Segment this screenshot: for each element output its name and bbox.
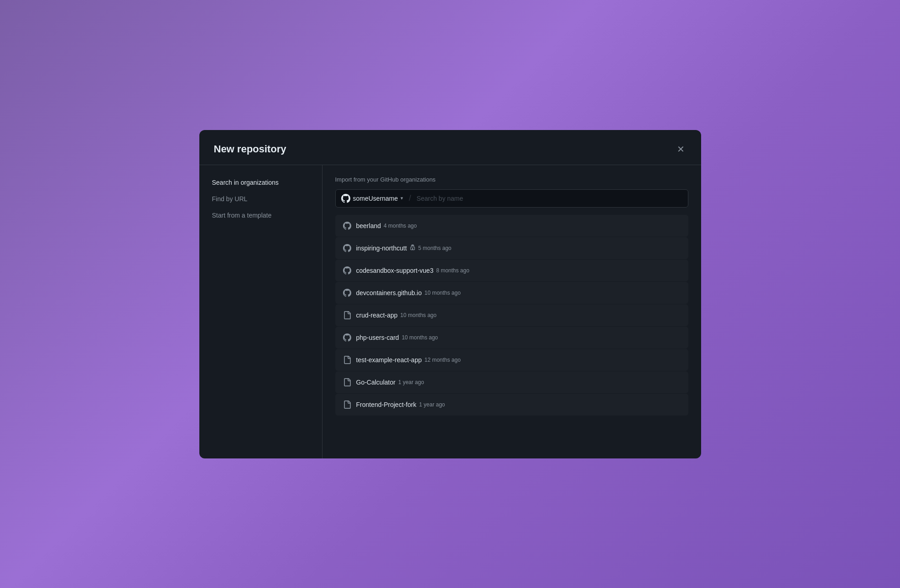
repo-meta: Frontend-Project-fork 1 year ago <box>356 401 445 408</box>
lock-icon <box>410 245 416 252</box>
repo-item[interactable]: inspiring-northcutt 5 months ago <box>335 237 688 259</box>
sidebar: Search in organizations Find by URL Star… <box>199 165 323 458</box>
repo-name: inspiring-northcutt <box>356 245 407 252</box>
repo-name: codesandbox-support-vue3 <box>356 267 434 274</box>
repo-meta: devcontainers.github.io 10 months ago <box>356 289 461 297</box>
github-icon <box>343 221 352 230</box>
repo-name: beerland <box>356 222 381 229</box>
repo-name: crud-react-app <box>356 312 398 319</box>
repository-list: beerland 4 months ago inspiring-northcut… <box>335 215 688 416</box>
repo-time: 5 months ago <box>418 245 452 251</box>
repo-time: 4 months ago <box>384 223 417 229</box>
repo-item[interactable]: Frontend-Project-fork 1 year ago <box>335 394 688 416</box>
modal-title: New repository <box>214 143 286 155</box>
repo-name: php-users-card <box>356 334 399 341</box>
repo-meta: Go-Calculator 1 year ago <box>356 379 424 386</box>
modal-body: Search in organizations Find by URL Star… <box>199 165 701 458</box>
main-content: Import from your GitHub organizations so… <box>323 165 701 458</box>
repo-meta: php-users-card 10 months ago <box>356 334 438 341</box>
github-icon <box>341 194 350 203</box>
repo-item[interactable]: test-example-react-app 12 months ago <box>335 349 688 371</box>
repo-time: 1 year ago <box>419 401 445 408</box>
search-bar: someUsername ▾ / <box>335 189 688 208</box>
github-icon <box>343 333 352 342</box>
file-icon <box>343 378 352 387</box>
github-icon <box>343 244 352 253</box>
file-icon <box>343 400 352 409</box>
file-icon <box>343 355 352 364</box>
repo-meta: crud-react-app 10 months ago <box>356 312 437 319</box>
repo-time: 10 months ago <box>402 334 438 341</box>
search-input[interactable] <box>416 195 682 202</box>
repo-item[interactable]: codesandbox-support-vue3 8 months ago <box>335 260 688 281</box>
repo-time: 10 months ago <box>401 312 437 318</box>
owner-username: someUsername <box>353 195 398 202</box>
repo-meta: codesandbox-support-vue3 8 months ago <box>356 267 469 274</box>
repo-meta: test-example-react-app 12 months ago <box>356 356 461 364</box>
repo-item[interactable]: beerland 4 months ago <box>335 215 688 237</box>
file-icon <box>343 311 352 320</box>
separator: / <box>409 193 411 203</box>
github-icon <box>343 288 352 297</box>
repo-name: devcontainers.github.io <box>356 289 422 297</box>
close-button[interactable]: ✕ <box>675 143 687 156</box>
new-repository-modal: New repository ✕ Search in organizations… <box>199 130 701 458</box>
repo-name: test-example-react-app <box>356 356 422 364</box>
repo-name: Frontend-Project-fork <box>356 401 416 408</box>
sidebar-item-start-from-template[interactable]: Start from a template <box>199 207 322 224</box>
repo-item[interactable]: Go-Calculator 1 year ago <box>335 371 688 393</box>
modal-header: New repository ✕ <box>199 130 701 165</box>
repo-item[interactable]: php-users-card 10 months ago <box>335 327 688 349</box>
owner-selector[interactable]: someUsername ▾ <box>341 194 404 203</box>
repo-item[interactable]: devcontainers.github.io 10 months ago <box>335 282 688 304</box>
repo-meta: inspiring-northcutt 5 months ago <box>356 245 452 252</box>
github-icon <box>343 266 352 275</box>
repo-name: Go-Calculator <box>356 379 395 386</box>
sidebar-item-search-in-organizations[interactable]: Search in organizations <box>199 174 322 191</box>
repo-time: 1 year ago <box>398 379 424 385</box>
section-title: Import from your GitHub organizations <box>335 176 688 183</box>
chevron-down-icon: ▾ <box>401 195 403 201</box>
close-icon: ✕ <box>677 145 685 154</box>
repo-meta: beerland 4 months ago <box>356 222 417 229</box>
sidebar-item-find-by-url[interactable]: Find by URL <box>199 191 322 207</box>
repo-time: 10 months ago <box>425 290 461 296</box>
repo-time: 8 months ago <box>436 267 469 274</box>
repo-time: 12 months ago <box>424 357 460 363</box>
repo-item[interactable]: crud-react-app 10 months ago <box>335 304 688 326</box>
